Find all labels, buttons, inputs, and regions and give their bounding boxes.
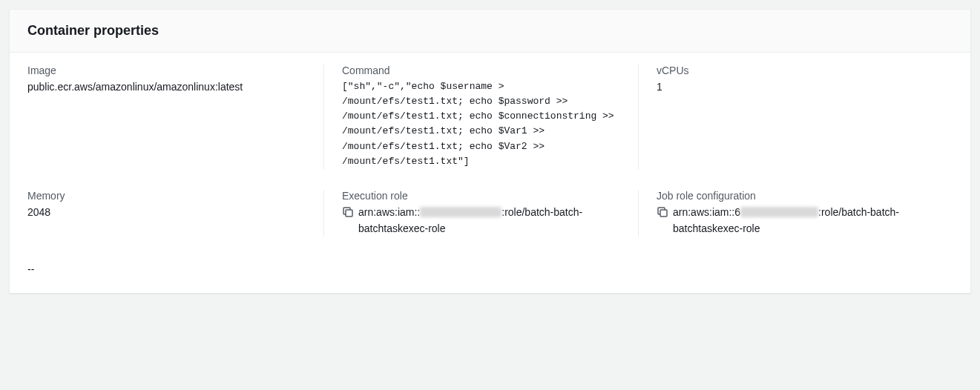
field-value-memory: 2048 [27, 205, 306, 221]
field-label-vcpus: vCPUs [657, 65, 935, 76]
copy-icon[interactable] [657, 206, 668, 218]
execution-role-arn: arn:aws:iam:::role/batch-batch-batchtask… [358, 205, 620, 237]
svg-rect-1 [660, 210, 667, 217]
job-role-arn: arn:aws:iam::6:role/batch-batch-batchtas… [673, 205, 935, 237]
field-command: Command ["sh","-c","echo $username > /mo… [323, 65, 638, 169]
arn-prefix: arn:aws:iam::6 [673, 206, 740, 218]
field-label-execution-role: Execution role [342, 190, 620, 202]
execution-role-line: arn:aws:iam:::role/batch-batch-batchtask… [342, 205, 620, 237]
redacted-account-id [740, 207, 818, 217]
panel-header: Container properties [10, 10, 970, 53]
field-label-command: Command [342, 65, 620, 76]
panel-body: Image public.ecr.aws/amazonlinux/amazonl… [10, 53, 970, 293]
field-value-vcpus: 1 [657, 79, 935, 96]
panel-title: Container properties [27, 23, 953, 39]
field-memory: Memory 2048 [27, 190, 323, 237]
job-role-line: arn:aws:iam::6:role/batch-batch-batchtas… [657, 205, 935, 237]
properties-row-1: Image public.ecr.aws/amazonlinux/amazonl… [27, 65, 953, 169]
field-extra: -- [27, 257, 953, 275]
field-value-image: public.ecr.aws/amazonlinux/amazonlinux:l… [27, 79, 306, 96]
container-properties-panel: Container properties Image public.ecr.aw… [9, 9, 971, 294]
field-job-role: Job role configuration arn:aws:iam::6:ro… [638, 190, 953, 237]
field-label-job-role: Job role configuration [657, 190, 935, 202]
field-value-command: ["sh","-c","echo $username > /mount/efs/… [342, 79, 620, 169]
field-label-memory: Memory [27, 190, 306, 202]
field-execution-role: Execution role arn:aws:iam:::role/batch-… [323, 190, 638, 237]
copy-icon[interactable] [342, 206, 354, 218]
arn-prefix: arn:aws:iam:: [358, 206, 420, 218]
field-label-image: Image [27, 65, 306, 76]
svg-rect-0 [346, 210, 352, 217]
field-image: Image public.ecr.aws/amazonlinux/amazonl… [27, 65, 323, 169]
properties-row-2: Memory 2048 Execution role arn:aws:iam::… [27, 190, 953, 237]
field-vcpus: vCPUs 1 [638, 65, 953, 169]
redacted-account-id [420, 207, 501, 217]
